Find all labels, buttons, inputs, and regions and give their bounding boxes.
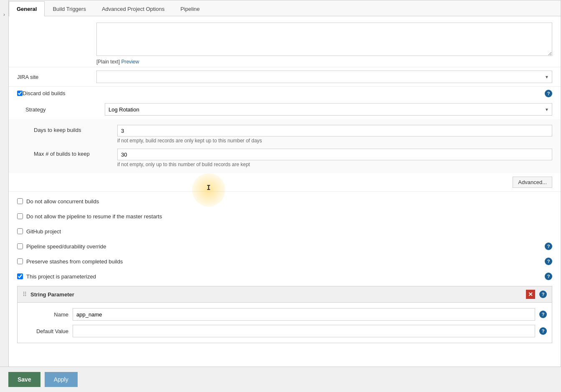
strategy-row: Strategy Log Rotation ▼ bbox=[9, 100, 561, 119]
pipeline-speed-row: Pipeline speed/durability override ? bbox=[9, 239, 561, 254]
format-text: [Plain text] bbox=[96, 59, 120, 65]
content-area: [Plain text] Preview JIRA site ▼ Dis bbox=[9, 16, 561, 347]
no-resume-row: Do not allow the pipeline to resume if t… bbox=[9, 209, 561, 224]
main-content: General Build Triggers Advanced Project … bbox=[8, 0, 561, 392]
no-concurrent-row: Do not allow concurrent builds bbox=[9, 194, 561, 209]
parameterized-checkbox[interactable] bbox=[17, 273, 23, 279]
save-button[interactable]: Save bbox=[8, 372, 40, 387]
max-builds-input[interactable]: 30 bbox=[117, 149, 552, 160]
string-parameter-section: ⠿ String Parameter ✕ ? Name ? Default Va… bbox=[17, 286, 552, 343]
param-close-button[interactable]: ✕ bbox=[526, 290, 535, 299]
param-header: ⠿ String Parameter ✕ ? bbox=[18, 286, 552, 303]
tab-bar: General Build Triggers Advanced Project … bbox=[9, 0, 561, 16]
tab-advanced-project-options[interactable]: Advanced Project Options bbox=[94, 1, 172, 16]
options-section: Do not allow concurrent builds Do not al… bbox=[9, 192, 561, 347]
github-project-label: GitHub project bbox=[26, 228, 61, 235]
param-name-input[interactable] bbox=[73, 308, 535, 321]
github-project-row: GitHub project bbox=[9, 224, 561, 239]
github-project-checkbox[interactable] bbox=[17, 228, 23, 234]
sidebar-toggle[interactable]: › bbox=[0, 8, 8, 21]
preserve-stashes-row: Preserve stashes from completed builds ? bbox=[9, 254, 561, 269]
tab-pipeline[interactable]: Pipeline bbox=[172, 1, 207, 16]
max-builds-label: Max # of builds to keep bbox=[34, 149, 117, 157]
description-section: [Plain text] Preview bbox=[9, 16, 561, 67]
strategy-select-wrapper: Log Rotation ▼ bbox=[105, 103, 552, 116]
no-concurrent-checkbox[interactable] bbox=[17, 198, 23, 204]
no-resume-checkbox[interactable] bbox=[17, 213, 23, 219]
param-title: String Parameter bbox=[30, 291, 74, 298]
pipeline-speed-label: Pipeline speed/durability override bbox=[26, 243, 106, 250]
jira-select[interactable] bbox=[96, 71, 552, 83]
days-to-keep-hint: if not empty, build records are only kep… bbox=[117, 138, 552, 144]
param-default-row: Default Value ? bbox=[23, 323, 547, 339]
tab-general[interactable]: General bbox=[9, 1, 45, 16]
param-default-help[interactable]: ? bbox=[539, 327, 547, 335]
days-to-keep-input[interactable]: 3 bbox=[117, 125, 552, 137]
preserve-stashes-checkbox[interactable] bbox=[17, 258, 23, 264]
log-rotation-form: Days to keep builds 3 if not empty, buil… bbox=[9, 119, 561, 173]
parameterized-label: This project is parameterized bbox=[26, 273, 96, 280]
preserve-stashes-help[interactable]: ? bbox=[545, 258, 552, 265]
max-builds-hint: if not empty, only up to this number of … bbox=[117, 162, 552, 167]
max-builds-row: Max # of builds to keep 30 if not empty,… bbox=[34, 146, 552, 170]
days-to-keep-input-area: 3 if not empty, build records are only k… bbox=[117, 125, 552, 144]
discard-builds-help[interactable]: ? bbox=[545, 90, 552, 97]
jira-row: JIRA site ▼ bbox=[9, 67, 561, 86]
discard-builds-label: Discard old builds bbox=[23, 90, 66, 96]
jira-select-wrapper: ▼ bbox=[96, 71, 552, 83]
param-drag-handle[interactable]: ⠿ bbox=[23, 291, 26, 298]
preserve-stashes-label: Preserve stashes from completed builds bbox=[26, 258, 123, 265]
bottom-bar: Save Apply bbox=[0, 367, 561, 392]
jira-label: JIRA site bbox=[17, 74, 96, 80]
strategy-select[interactable]: Log Rotation bbox=[105, 103, 552, 116]
discard-builds-checkbox[interactable] bbox=[17, 91, 23, 96]
no-concurrent-label: Do not allow concurrent builds bbox=[26, 198, 99, 205]
preview-link[interactable]: Preview bbox=[121, 59, 139, 65]
days-to-keep-row: Days to keep builds 3 if not empty, buil… bbox=[34, 122, 552, 146]
advanced-button[interactable]: Advanced... bbox=[513, 177, 552, 188]
page-wrapper: › General Build Triggers Advanced Projec… bbox=[0, 0, 561, 392]
param-default-label: Default Value bbox=[23, 328, 73, 334]
param-body: Name ? Default Value ? bbox=[18, 303, 552, 343]
advanced-btn-row: Advanced... bbox=[9, 173, 561, 191]
no-resume-label: Do not allow the pipeline to resume if t… bbox=[26, 213, 162, 220]
discard-section: Discard old builds ? Strategy Log Rotati… bbox=[9, 86, 561, 192]
pipeline-speed-help[interactable]: ? bbox=[545, 243, 552, 250]
parameterized-help[interactable]: ? bbox=[545, 273, 552, 280]
param-name-row: Name ? bbox=[23, 306, 547, 323]
max-builds-input-area: 30 if not empty, only up to this number … bbox=[117, 149, 552, 167]
description-textarea[interactable] bbox=[96, 23, 552, 56]
format-hint: [Plain text] Preview bbox=[96, 59, 552, 65]
apply-button[interactable]: Apply bbox=[45, 372, 78, 387]
param-name-label: Name bbox=[23, 311, 73, 318]
string-param-help[interactable]: ? bbox=[539, 291, 547, 298]
parameterized-row: This project is parameterized ? bbox=[9, 269, 561, 284]
strategy-label: Strategy bbox=[25, 106, 105, 113]
days-to-keep-label: Days to keep builds bbox=[34, 125, 117, 133]
param-default-input[interactable] bbox=[73, 325, 535, 337]
param-name-help[interactable]: ? bbox=[539, 311, 547, 318]
tab-build-triggers[interactable]: Build Triggers bbox=[45, 1, 94, 16]
pipeline-speed-checkbox[interactable] bbox=[17, 243, 23, 249]
